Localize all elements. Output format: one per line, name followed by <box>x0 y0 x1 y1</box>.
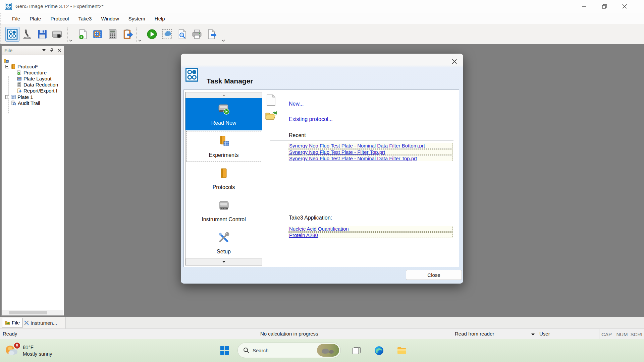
dock-tab-file[interactable]: File <box>2 318 23 327</box>
minimize-button[interactable] <box>574 0 594 13</box>
start-button[interactable] <box>220 346 229 355</box>
dialog-title: Task Manager <box>207 77 253 85</box>
plate-icon <box>11 95 16 100</box>
reader-dropdown-icon[interactable] <box>531 331 535 337</box>
dock-tab-strip: File Instrumen... <box>0 317 644 328</box>
panel-horizontal-scrollbar[interactable] <box>2 310 63 315</box>
nav-item-protocols[interactable]: Protocols <box>185 163 262 195</box>
edge-browser-button[interactable] <box>374 345 384 356</box>
menu-take3[interactable]: Take3 <box>73 14 96 23</box>
status-reader-mode[interactable]: Read from reader <box>455 331 494 337</box>
nav-item-setup[interactable]: Setup <box>185 227 262 259</box>
tree-item-audit-trail[interactable]: Audit Trail <box>11 100 40 106</box>
scrollbar-thumb[interactable] <box>9 311 47 314</box>
audit-trail-icon <box>11 101 16 106</box>
toolbar-overflow-chevron[interactable] <box>138 37 142 42</box>
recent-link-1[interactable]: Synergy Neo Fluo Test Plate - Nominal Da… <box>288 143 453 148</box>
nav-item-label: Read Now <box>211 120 236 126</box>
take3-link-nucleic[interactable]: Nucleic Acid Quantification <box>288 226 453 232</box>
nav-item-experiments[interactable]: Experiments <box>185 130 262 163</box>
panel-pin-icon[interactable] <box>48 47 55 54</box>
tree-item-data-reduction[interactable]: Data Reduction <box>17 81 58 87</box>
menu-window[interactable]: Window <box>96 14 123 23</box>
file-explorer-button[interactable] <box>396 345 407 356</box>
task-view-button[interactable] <box>351 345 362 356</box>
print-preview-button[interactable] <box>175 27 189 42</box>
nav-item-instrument-control[interactable]: Instrument Control <box>185 195 262 227</box>
protocol-tree: Protocol* Procedure Plate Layout Data Re… <box>2 56 63 300</box>
gen5-logo-icon <box>185 68 198 82</box>
procedure-icon <box>17 70 22 75</box>
status-ready: Ready <box>3 331 17 337</box>
recent-link-3[interactable]: Synergy Neo Fluo Test Plate - Nominal Da… <box>288 156 453 161</box>
save-button[interactable] <box>35 27 49 42</box>
open-folder-icon <box>265 111 277 121</box>
menu-protocol[interactable]: Protocol <box>46 14 73 23</box>
file-panel-title: File <box>4 48 41 53</box>
expand-icon[interactable] <box>5 95 9 99</box>
tree-item-plate-layout[interactable]: Plate Layout <box>17 75 51 81</box>
tree-item-plate1[interactable]: Plate 1 <box>5 94 33 100</box>
reader-camera-button[interactable] <box>50 27 64 42</box>
toolbar <box>0 24 644 44</box>
toolbar-overflow-chevron[interactable] <box>221 37 225 42</box>
weather-condition: Mostly sunny <box>23 351 52 357</box>
tree-item-report-export[interactable]: Report/Export I <box>17 87 57 94</box>
tree-item-label: Audit Trail <box>18 100 40 106</box>
tree-item-protocol[interactable]: Protocol* <box>5 63 38 69</box>
weather-widget[interactable]: 5 81°F Mostly sunny <box>4 341 81 360</box>
file-panel: File Protocol* Procedure Plate Layout Da… <box>1 46 64 316</box>
calculator-button[interactable] <box>106 27 120 42</box>
menu-plate[interactable]: Plate <box>25 14 46 23</box>
well-selection-button[interactable] <box>160 27 174 42</box>
take3-link-protein[interactable]: Protein A280 <box>288 232 453 238</box>
dialog-nav: Read Now Experiments Protocols Instrumen… <box>185 92 262 265</box>
nav-scroll-up[interactable] <box>185 92 262 98</box>
tree-item-label: Plate 1 <box>17 94 33 100</box>
search-highlight-image[interactable] <box>317 344 339 357</box>
toolbar-overflow-chevron[interactable] <box>69 37 73 42</box>
collapse-icon[interactable] <box>5 65 9 68</box>
take3-divider <box>270 223 453 223</box>
microscope-button[interactable] <box>20 27 34 42</box>
panel-dropdown-icon[interactable] <box>41 47 47 54</box>
print-button[interactable] <box>190 27 204 42</box>
weather-temp: 81°F <box>23 344 52 351</box>
search-box[interactable]: Search <box>237 343 341 358</box>
export-data-button[interactable] <box>205 27 219 42</box>
read-now-icon <box>217 103 230 115</box>
menu-system[interactable]: System <box>124 14 150 23</box>
nav-item-read-now[interactable]: Read Now <box>185 98 262 130</box>
protocol-folder-icon <box>11 64 16 69</box>
nav-scroll-down[interactable] <box>185 258 262 265</box>
tree-item-procedure[interactable]: Procedure <box>17 69 47 75</box>
search-placeholder: Search <box>253 348 317 353</box>
existing-protocol-link[interactable]: Existing protocol... <box>289 116 333 122</box>
task-manager-dialog: Task Manager Read Now Experiments Protoc… <box>181 54 463 284</box>
new-protocol-link[interactable]: New... <box>289 101 304 107</box>
recent-link-2[interactable]: Synergy Neo Fluo Test Plate - Filter Top… <box>288 149 453 155</box>
status-calculation: No calculation in progress <box>260 331 318 337</box>
menu-file[interactable]: File <box>7 14 25 23</box>
plate-wells-button[interactable] <box>91 27 105 42</box>
tree-item-label: Protocol* <box>17 64 38 69</box>
close-window-button[interactable] <box>614 0 635 13</box>
tree-item-label: Procedure <box>23 70 47 75</box>
report-export-icon <box>17 88 22 93</box>
nav-item-label: Instrument Control <box>202 217 246 223</box>
report-export-button[interactable] <box>121 27 135 42</box>
plate-layout-icon <box>17 76 22 81</box>
status-caps-lock: CAP <box>599 329 614 340</box>
menu-help[interactable]: Help <box>150 14 170 23</box>
plate-view-button[interactable] <box>5 27 19 42</box>
restore-button[interactable] <box>594 0 614 13</box>
dialog-close-icon[interactable] <box>448 56 460 66</box>
tree-root-icon-row[interactable] <box>4 57 9 63</box>
read-now-play-button[interactable] <box>145 27 159 42</box>
toolbar-separator <box>67 27 68 42</box>
panel-close-icon[interactable] <box>56 47 63 54</box>
search-icon <box>243 347 249 353</box>
dock-tab-instrument[interactable]: Instrumen... <box>21 318 60 327</box>
new-protocol-button[interactable] <box>76 27 90 42</box>
dialog-close-button[interactable]: Close <box>406 270 462 280</box>
